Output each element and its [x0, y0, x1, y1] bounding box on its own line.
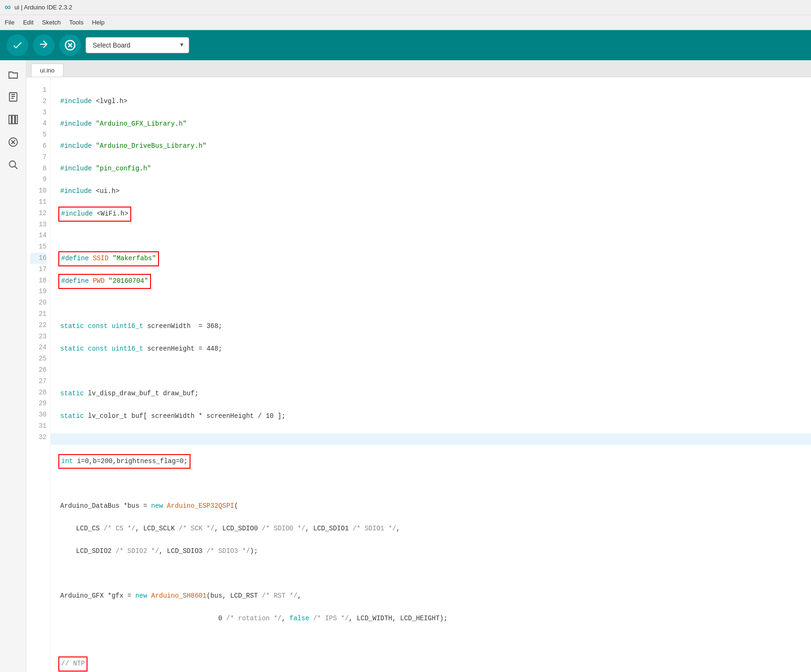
code-content[interactable]: #include <lvgl.h> #include "Arduino_GFX_… — [51, 77, 811, 672]
svg-point-8 — [9, 161, 16, 167]
app-title: ui | Arduino IDE 2.3.2 — [15, 4, 72, 11]
code-line-8: #define SSID "Makerfabs" — [60, 253, 811, 264]
verify-button[interactable] — [7, 34, 28, 56]
svg-rect-3 — [12, 115, 15, 124]
code-line-9: #define PWD "20160704" — [60, 276, 811, 287]
sidebar-item-folder[interactable] — [4, 65, 23, 84]
code-line-3: #include "Arduino_DriveBus_Library.h" — [60, 141, 811, 152]
code-area[interactable]: 12345 678910 1112131415 16 17181920 2122… — [26, 77, 811, 672]
editor-area: ui.ino 12345 678910 1112131415 16 171819… — [26, 60, 811, 672]
menu-file[interactable]: File — [5, 19, 15, 26]
code-line-12: static const uint16_t screenHeight = 448… — [60, 344, 811, 355]
board-select-wrapper[interactable]: Select Board ▼ — [86, 37, 189, 53]
code-line-18 — [60, 478, 811, 489]
code-line-6: #include <WiFi.h> — [60, 208, 811, 220]
svg-rect-2 — [9, 115, 11, 124]
code-line-23: Arduino_GFX *gfx = new Arduino_SH8601(bu… — [60, 591, 811, 602]
board-select[interactable]: Select Board — [86, 37, 189, 53]
code-line-10 — [60, 298, 811, 310]
sidebar-item-search[interactable] — [4, 155, 23, 174]
code-line-1: #include <lvgl.h> — [60, 96, 811, 107]
code-line-4: #include "pin_config.h" — [60, 163, 811, 175]
sidebar-item-debug[interactable] — [4, 133, 23, 152]
code-line-13 — [60, 366, 811, 377]
svg-rect-1 — [9, 93, 17, 101]
menu-help[interactable]: Help — [92, 19, 104, 26]
menu-edit[interactable]: Edit — [23, 19, 33, 26]
code-line-5: #include <ui.h> — [60, 186, 811, 197]
svg-rect-4 — [16, 115, 17, 124]
code-line-11: static const uint16_t screenWidth = 368; — [60, 321, 811, 332]
line-numbers: 12345 678910 1112131415 16 17181920 2122… — [26, 77, 51, 672]
code-line-7 — [60, 231, 811, 242]
menu-tools[interactable]: Tools — [69, 19, 83, 26]
code-line-20: LCD_CS /* CS */, LCD_SCLK /* SCK */, LCD… — [60, 523, 811, 535]
toolbar: Select Board ▼ — [0, 30, 811, 60]
code-line-2: #include "Arduino_GFX_Library.h" — [60, 119, 811, 130]
sidebar — [0, 60, 26, 672]
code-line-26: // NTP — [60, 658, 811, 670]
menubar: File Edit Sketch Tools Help — [0, 15, 811, 30]
sidebar-item-book[interactable] — [4, 88, 23, 106]
main-layout: ui.ino 12345 678910 1112131415 16 171819… — [0, 60, 811, 672]
upload-button[interactable] — [33, 34, 55, 56]
code-line-15: static lv_color_t buf[ screenWidth * scr… — [60, 411, 811, 422]
app-logo: ∞ — [5, 2, 11, 12]
code-line-21: LCD_SDIO2 /* SDIO2 */, LCD_SDIO3 /* SDIO… — [60, 546, 811, 557]
svg-line-9 — [15, 167, 17, 169]
tab-bar: ui.ino — [26, 60, 811, 77]
code-line-19: Arduino_DataBus *bus = new Arduino_ESP32… — [60, 501, 811, 512]
debugger-button[interactable] — [59, 34, 81, 56]
menu-sketch[interactable]: Sketch — [42, 19, 61, 26]
tab-ui-ino[interactable]: ui.ino — [31, 64, 64, 77]
code-line-22 — [60, 568, 811, 580]
code-line-17: int i=0,b=200,brightness_flag=0; — [60, 456, 811, 467]
code-line-24: 0 /* rotation */, false /* IPS */, LCD_W… — [60, 613, 811, 624]
code-line-25 — [60, 636, 811, 647]
titlebar: ∞ ui | Arduino IDE 2.3.2 — [0, 0, 811, 15]
code-line-16 — [51, 433, 811, 445]
sidebar-item-library[interactable] — [4, 110, 23, 129]
code-line-14: static lv_disp_draw_buf_t draw_buf; — [60, 388, 811, 400]
